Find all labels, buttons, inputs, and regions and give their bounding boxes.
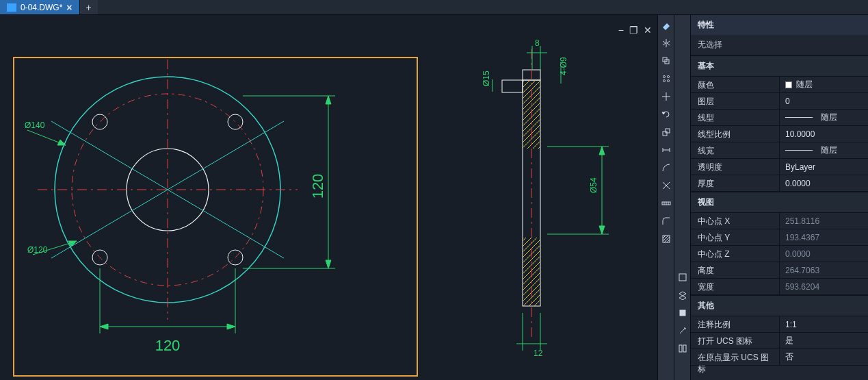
dim-side-topright: 4-Ø9 bbox=[559, 57, 568, 84]
trim-icon[interactable] bbox=[660, 179, 672, 192]
svg-rect-57 bbox=[679, 274, 686, 281]
svg-rect-60 bbox=[683, 345, 686, 352]
svg-rect-59 bbox=[679, 345, 682, 352]
svg-marker-17 bbox=[57, 140, 66, 145]
no-selection-label[interactable]: 无选择 bbox=[691, 35, 868, 55]
svg-point-51 bbox=[667, 80, 669, 82]
prop-color: 颜色随层 bbox=[691, 77, 868, 93]
section-other-title: 其他 bbox=[691, 295, 868, 316]
dim-side-right: Ø54 bbox=[547, 147, 609, 234]
app-root: 0-04.DWG* × + − ❐ ✕ bbox=[0, 0, 868, 380]
dim-front-v: 120 bbox=[243, 96, 335, 268]
prop-center-z: 中心点 Z0.0000 bbox=[691, 246, 868, 262]
right-toolbar-2 bbox=[674, 15, 690, 380]
section-view-rows: 中心点 X251.8116 中心点 Y193.4367 中心点 Z0.0000 … bbox=[691, 213, 868, 295]
svg-rect-58 bbox=[680, 310, 685, 316]
prop-ltscale: 线型比例10.0000 bbox=[691, 126, 868, 142]
prop-linetype: 线型随层 bbox=[691, 110, 868, 126]
prop-ucs-on: 打开 UCS 图标是 bbox=[691, 333, 868, 349]
svg-point-49 bbox=[667, 76, 669, 78]
fillet-icon[interactable] bbox=[660, 215, 672, 227]
properties-panel: 特性 无选择 基本 颜色随层 图层0 线型随层 线型比例10.0000 线宽随层… bbox=[690, 15, 868, 380]
svg-text:120: 120 bbox=[155, 337, 181, 354]
child-min-button[interactable]: − bbox=[618, 25, 624, 36]
child-window-controls: − ❐ ✕ bbox=[618, 25, 652, 36]
block-icon[interactable] bbox=[676, 307, 689, 319]
new-tab-button[interactable]: + bbox=[80, 0, 98, 14]
tab-close-icon[interactable]: × bbox=[66, 2, 72, 13]
svg-marker-13 bbox=[326, 96, 331, 104]
prop-thickness: 厚度0.0000 bbox=[691, 175, 868, 192]
offset-icon[interactable] bbox=[660, 55, 672, 67]
match-icon[interactable] bbox=[676, 325, 689, 337]
section-view-title: 视图 bbox=[691, 192, 868, 213]
stretch-icon[interactable] bbox=[660, 144, 672, 156]
svg-text:120: 120 bbox=[309, 174, 326, 199]
svg-marker-52 bbox=[662, 112, 665, 114]
child-max-button[interactable]: ❐ bbox=[629, 25, 638, 36]
prop-lineweight: 线宽随层 bbox=[691, 142, 868, 159]
section-basic-title: 基本 bbox=[691, 55, 868, 77]
svg-rect-54 bbox=[666, 129, 670, 133]
rotate-icon[interactable] bbox=[660, 108, 672, 121]
file-tab-label: 0-04.DWG* bbox=[21, 3, 62, 12]
svg-marker-7 bbox=[100, 324, 108, 329]
svg-rect-56 bbox=[663, 236, 670, 242]
right-toolbar-1 bbox=[657, 15, 674, 380]
plus-icon: + bbox=[86, 2, 91, 13]
svg-marker-39 bbox=[599, 147, 605, 155]
svg-marker-14 bbox=[326, 260, 331, 268]
prop-layer: 图层0 bbox=[691, 93, 868, 110]
svg-text:Ø120: Ø120 bbox=[27, 245, 48, 255]
tab-bar: 0-04.DWG* × + bbox=[0, 0, 868, 15]
drawing-svg: 120 120 Ø140 bbox=[0, 15, 657, 380]
section-basic-rows: 颜色随层 图层0 线型随层 线型比例10.0000 线宽随层 透明度ByLaye… bbox=[691, 77, 868, 192]
move-icon[interactable] bbox=[660, 90, 672, 103]
prop-annoscale: 注释比例1:1 bbox=[691, 316, 868, 333]
mirror-icon[interactable] bbox=[660, 37, 672, 49]
svg-point-0 bbox=[228, 114, 243, 129]
prop-center-y: 中心点 Y193.4367 bbox=[691, 229, 868, 246]
side-view bbox=[502, 49, 540, 337]
svg-point-48 bbox=[663, 76, 665, 78]
arc-icon[interactable] bbox=[660, 162, 672, 174]
svg-text:12: 12 bbox=[534, 349, 543, 358]
svg-rect-24 bbox=[502, 80, 523, 92]
dim-side-top: 8 bbox=[527, 38, 547, 70]
child-close-button[interactable]: ✕ bbox=[644, 25, 652, 36]
dim-d140: Ø140 bbox=[25, 121, 66, 145]
layers-icon[interactable] bbox=[676, 289, 689, 301]
file-tab-active[interactable]: 0-04.DWG* × bbox=[0, 0, 80, 14]
prop-ucs-origin: 在原点显示 UCS 图标否 bbox=[691, 349, 868, 366]
prop-width: 宽度593.6204 bbox=[691, 279, 868, 295]
color-swatch-icon bbox=[785, 81, 792, 88]
svg-point-50 bbox=[663, 80, 665, 82]
array-icon[interactable] bbox=[660, 73, 672, 85]
hatch-icon[interactable] bbox=[660, 233, 672, 245]
main-body: − ❐ ✕ bbox=[0, 15, 868, 380]
dim-side-left: Ø15 bbox=[482, 71, 492, 92]
svg-text:Ø15: Ø15 bbox=[482, 71, 491, 86]
selection-frame bbox=[14, 58, 417, 376]
prop-transparency: 透明度ByLayer bbox=[691, 159, 868, 175]
svg-text:8: 8 bbox=[535, 38, 540, 48]
properties-icon[interactable] bbox=[676, 342, 689, 355]
prop-height: 高度264.7063 bbox=[691, 262, 868, 279]
svg-rect-53 bbox=[663, 131, 667, 136]
svg-marker-40 bbox=[599, 226, 605, 234]
measure-icon[interactable] bbox=[660, 197, 672, 210]
style-icon[interactable] bbox=[676, 271, 689, 283]
section-other-rows: 注释比例1:1 打开 UCS 图标是 在原点显示 UCS 图标否 bbox=[691, 316, 868, 366]
scale-icon[interactable] bbox=[660, 126, 672, 138]
properties-title: 特性 bbox=[691, 15, 868, 35]
svg-point-1 bbox=[92, 114, 107, 129]
svg-text:Ø140: Ø140 bbox=[25, 121, 45, 130]
dwg-file-icon bbox=[7, 3, 16, 12]
prop-center-x: 中心点 X251.8116 bbox=[691, 213, 868, 229]
eraser-icon[interactable] bbox=[660, 19, 672, 31]
svg-marker-8 bbox=[227, 324, 235, 329]
svg-text:4-Ø9: 4-Ø9 bbox=[559, 57, 568, 75]
svg-text:Ø54: Ø54 bbox=[589, 177, 599, 193]
drawing-canvas[interactable]: − ❐ ✕ bbox=[0, 15, 657, 380]
